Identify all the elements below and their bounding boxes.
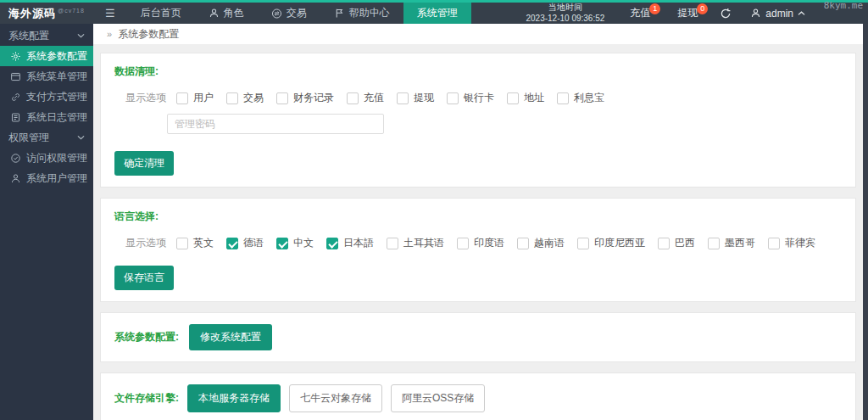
nav-help-center[interactable]: 帮助中心 bbox=[320, 3, 403, 24]
checkbox-box[interactable] bbox=[457, 238, 469, 249]
checkbox-label: 菲律宾 bbox=[785, 236, 815, 250]
person-icon bbox=[209, 8, 220, 19]
sidebar-collapse-icon[interactable]: ☰ bbox=[93, 3, 127, 24]
checkbox-box[interactable] bbox=[276, 238, 288, 249]
right-scrollbar-strip[interactable] bbox=[863, 24, 868, 420]
checkbox-label: 地址 bbox=[524, 91, 544, 105]
admin-username: admin bbox=[765, 8, 793, 20]
options-label: 显示选项 bbox=[125, 236, 166, 250]
gear-icon bbox=[10, 51, 21, 62]
checkbox-withdraw[interactable]: 提现 bbox=[397, 91, 434, 105]
nav-trade[interactable]: 交易 bbox=[258, 3, 320, 24]
admin-menu[interactable]: admin bbox=[740, 8, 815, 20]
checkbox-label: 充值 bbox=[364, 91, 384, 105]
storage-qiniu-button[interactable]: 七牛云对象存储 bbox=[289, 384, 382, 412]
checkbox-box[interactable] bbox=[557, 92, 569, 104]
checkbox-box[interactable] bbox=[347, 92, 359, 104]
refresh-icon[interactable] bbox=[711, 8, 740, 20]
sidebar-item-system-users[interactable]: 系统用户管理 bbox=[0, 168, 93, 188]
checkbox-label: 德语 bbox=[243, 236, 264, 250]
checkbox-box[interactable] bbox=[397, 92, 409, 104]
checkbox-label: 中文 bbox=[293, 236, 314, 250]
admin-password-input[interactable] bbox=[167, 114, 384, 134]
checkbox-philippines[interactable]: 菲律宾 bbox=[768, 236, 815, 250]
sidebar-group-system-config[interactable]: 系统配置 bbox=[0, 25, 93, 46]
nav-roles[interactable]: 角色 bbox=[195, 3, 258, 24]
nav-dashboard[interactable]: 后台首页 bbox=[127, 3, 195, 24]
checkbox-interest[interactable]: 利息宝 bbox=[557, 91, 604, 105]
sidebar-group-permissions[interactable]: 权限管理 bbox=[0, 127, 93, 148]
sidebar-item-label: 系统菜单管理 bbox=[26, 70, 87, 84]
checkbox-box[interactable] bbox=[226, 238, 238, 249]
checkbox-chinese[interactable]: 中文 bbox=[276, 236, 314, 250]
header-right: 当地时间 2023-12-10 09:36:52 充值 1 提现 0 admin bbox=[514, 3, 868, 24]
checkbox-vietnamese[interactable]: 越南语 bbox=[517, 236, 565, 250]
panel-storage-engine: 文件存储引擎: 本地服务器存储 七牛云对象存储 阿里云OSS存储 bbox=[100, 372, 856, 420]
save-language-button[interactable]: 保存语言 bbox=[114, 266, 174, 290]
checkbox-brazil[interactable]: 巴西 bbox=[658, 236, 695, 250]
breadcrumb-arrows-icon: » bbox=[107, 29, 112, 39]
exchange-icon bbox=[271, 8, 282, 20]
checkbox-box[interactable] bbox=[658, 238, 670, 249]
nav-system-management[interactable]: 系统管理 bbox=[403, 3, 471, 24]
checkbox-english[interactable]: 英文 bbox=[176, 236, 214, 250]
checkbox-box[interactable] bbox=[276, 92, 288, 104]
chevron-down-icon bbox=[77, 33, 85, 38]
checkbox-box[interactable] bbox=[387, 238, 398, 249]
sidebar-item-label: 系统日志管理 bbox=[26, 110, 87, 125]
checkbox-box[interactable] bbox=[577, 238, 589, 249]
checkbox-box[interactable] bbox=[708, 238, 720, 249]
checkbox-box[interactable] bbox=[326, 238, 338, 249]
checkbox-box[interactable] bbox=[447, 92, 459, 104]
local-time: 当地时间 2023-12-10 09:36:52 bbox=[514, 3, 616, 24]
checkbox-label: 印度尼西亚 bbox=[594, 236, 645, 250]
withdraw-link[interactable]: 提现 0 bbox=[664, 6, 711, 20]
checkbox-hindi[interactable]: 印度语 bbox=[457, 236, 504, 250]
checkbox-bank-card[interactable]: 银行卡 bbox=[447, 91, 494, 105]
storage-aliyun-oss-button[interactable]: 阿里云OSS存储 bbox=[391, 384, 485, 412]
checkbox-box[interactable] bbox=[226, 92, 238, 104]
checkbox-trade[interactable]: 交易 bbox=[226, 91, 264, 105]
checkbox-german[interactable]: 德语 bbox=[226, 236, 264, 250]
sidebar-item-label: 系统用户管理 bbox=[26, 171, 87, 186]
user-icon bbox=[10, 173, 21, 184]
checkbox-box[interactable] bbox=[517, 238, 529, 249]
checkbox-japanese[interactable]: 日本語 bbox=[326, 236, 374, 250]
sidebar-item-system-logs[interactable]: 系统日志管理 bbox=[0, 107, 93, 127]
checkbox-indonesian[interactable]: 印度尼西亚 bbox=[577, 236, 645, 250]
checkbox-box[interactable] bbox=[176, 238, 188, 249]
top-header: 海外源码@cv718 ☰ 后台首页 角色 交易 帮助中心 系统管理 当地时间 2… bbox=[0, 3, 868, 24]
checkbox-label: 土耳其语 bbox=[403, 236, 444, 250]
panel-title: 语言选择: bbox=[114, 210, 842, 224]
sidebar-item-label: 支付方式管理 bbox=[26, 90, 87, 104]
checkbox-box[interactable] bbox=[507, 92, 519, 104]
recharge-label: 充值 bbox=[630, 7, 650, 19]
checkbox-label: 墨西哥 bbox=[725, 236, 755, 250]
checkbox-finance-records[interactable]: 财务记录 bbox=[276, 91, 334, 105]
options-label: 显示选项 bbox=[125, 91, 166, 105]
sidebar-item-system-params[interactable]: 系统参数配置 bbox=[0, 46, 93, 66]
confirm-cleanup-button[interactable]: 确定清理 bbox=[114, 151, 174, 176]
local-time-label: 当地时间 bbox=[526, 3, 604, 14]
checkbox-box[interactable] bbox=[176, 92, 188, 104]
recharge-badge: 1 bbox=[649, 3, 660, 14]
checkbox-user[interactable]: 用户 bbox=[176, 91, 214, 105]
recharge-link[interactable]: 充值 1 bbox=[616, 6, 664, 20]
check-circle-icon bbox=[10, 153, 21, 164]
modify-system-config-button[interactable]: 修改系统配置 bbox=[189, 324, 272, 350]
checkbox-mexico[interactable]: 墨西哥 bbox=[708, 236, 755, 250]
withdraw-label: 提现 bbox=[677, 7, 698, 19]
sidebar-item-payment-methods[interactable]: 支付方式管理 bbox=[0, 87, 93, 107]
app-logo-superscript: @cv718 bbox=[58, 8, 85, 14]
storage-local-button[interactable]: 本地服务器存储 bbox=[187, 384, 281, 412]
checkbox-label: 财务记录 bbox=[293, 91, 334, 105]
checkbox-box[interactable] bbox=[768, 238, 780, 249]
checkbox-turkish[interactable]: 土耳其语 bbox=[387, 236, 444, 250]
checkbox-recharge[interactable]: 充值 bbox=[347, 91, 384, 105]
panel-system-config: 系统参数配置: 修改系统配置 bbox=[100, 312, 856, 362]
menu-card-icon bbox=[10, 71, 21, 82]
checkbox-address[interactable]: 地址 bbox=[507, 91, 544, 105]
panel-data-cleanup: 数据清理: 显示选项 用户 交易 财务记录 充值 提现 银行卡 地址 利息宝 确… bbox=[100, 53, 856, 188]
sidebar-item-system-menu[interactable]: 系统菜单管理 bbox=[0, 66, 93, 87]
sidebar-item-access-permissions[interactable]: 访问权限管理 bbox=[0, 148, 93, 168]
